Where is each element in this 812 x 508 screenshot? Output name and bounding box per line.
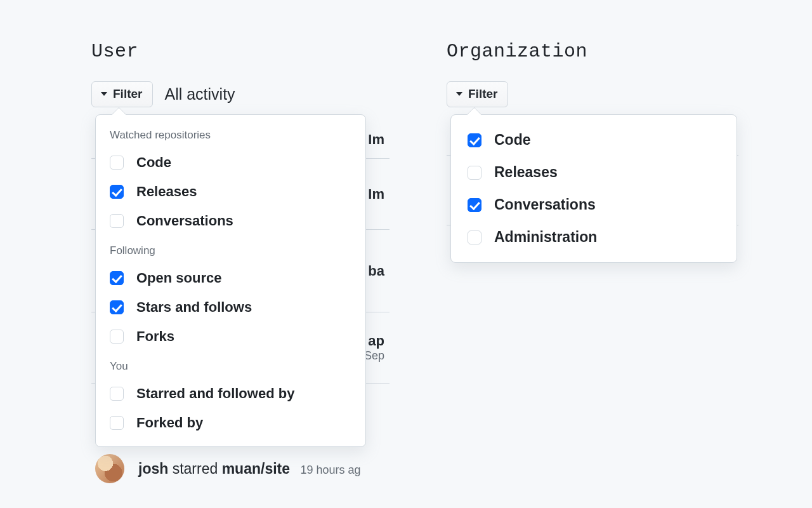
filter-button-user[interactable]: Filter bbox=[91, 81, 153, 107]
filter-item-label: Stars and follows bbox=[136, 299, 252, 316]
filter-item-label: Open source bbox=[136, 270, 221, 286]
filter-item-label: Forks bbox=[136, 328, 174, 345]
checkbox[interactable] bbox=[110, 300, 124, 314]
group-label-following: Following bbox=[96, 236, 365, 264]
checkbox[interactable] bbox=[468, 166, 481, 180]
feed-actor[interactable]: josh bbox=[138, 460, 168, 477]
filter-item-conversations[interactable]: Conversations bbox=[96, 206, 365, 236]
caret-down-icon bbox=[455, 91, 463, 97]
checkbox[interactable] bbox=[468, 198, 481, 212]
group-label-you: You bbox=[96, 351, 365, 379]
filter-item-label: Code bbox=[136, 154, 171, 171]
filter-button-label: Filter bbox=[468, 86, 497, 102]
filter-button-label: Filter bbox=[113, 86, 142, 102]
checkbox[interactable] bbox=[110, 185, 124, 199]
filter-item-label: Releases bbox=[136, 184, 197, 200]
checkbox[interactable] bbox=[110, 330, 124, 344]
group-label-watched-repos: Watched repositories bbox=[96, 124, 365, 148]
avatar[interactable] bbox=[95, 454, 124, 483]
feed-item[interactable]: josh starred muan/site 19 hours ag bbox=[95, 454, 361, 483]
filter-item-label: Conversations bbox=[494, 196, 596, 213]
filter-item-forked-by[interactable]: Forked by bbox=[96, 408, 365, 438]
activity-scope-label: All activity bbox=[164, 85, 235, 104]
feed-timestamp: 19 hours ag bbox=[300, 464, 360, 476]
filter-item-open-source[interactable]: Open source bbox=[96, 264, 365, 293]
feed-verb: starred bbox=[173, 460, 218, 477]
filter-item-administration[interactable]: Administration bbox=[451, 221, 737, 253]
checkbox[interactable] bbox=[110, 387, 124, 401]
filter-item-forks[interactable]: Forks bbox=[96, 322, 365, 351]
checkbox[interactable] bbox=[110, 156, 124, 170]
filter-item-label: Administration bbox=[494, 229, 597, 246]
filter-item-code[interactable]: Code bbox=[96, 148, 365, 177]
checkbox[interactable] bbox=[110, 416, 124, 430]
filter-item-stars-follows[interactable]: Stars and follows bbox=[96, 293, 365, 322]
feed-text: josh starred muan/site 19 hours ag bbox=[138, 460, 361, 478]
filter-item-label: Starred and followed by bbox=[136, 385, 294, 402]
filter-button-org[interactable]: Filter bbox=[447, 81, 508, 107]
filter-item-code[interactable]: Code bbox=[451, 124, 737, 156]
filter-item-starred-followed-by[interactable]: Starred and followed by bbox=[96, 379, 365, 408]
caret-down-icon bbox=[100, 91, 108, 97]
filter-item-label: Code bbox=[494, 131, 531, 149]
checkbox[interactable] bbox=[110, 271, 124, 285]
feed-target[interactable]: muan/site bbox=[222, 460, 290, 477]
checkbox[interactable] bbox=[468, 231, 481, 244]
filter-item-conversations[interactable]: Conversations bbox=[451, 189, 737, 221]
filter-item-label: Releases bbox=[494, 164, 558, 181]
filter-dropdown-org: Code Releases Conversations Administrati… bbox=[450, 114, 737, 263]
filter-item-releases[interactable]: Releases bbox=[451, 156, 737, 189]
filter-item-label: Conversations bbox=[136, 213, 233, 229]
section-title-organization: Organization bbox=[447, 41, 587, 62]
filter-item-releases[interactable]: Releases bbox=[96, 177, 365, 206]
filter-dropdown-user: Watched repositories Code Releases Conve… bbox=[95, 114, 366, 447]
filter-item-label: Forked by bbox=[136, 415, 203, 431]
checkbox[interactable] bbox=[110, 214, 124, 228]
section-title-user: User bbox=[91, 41, 138, 62]
checkbox[interactable] bbox=[468, 133, 481, 147]
